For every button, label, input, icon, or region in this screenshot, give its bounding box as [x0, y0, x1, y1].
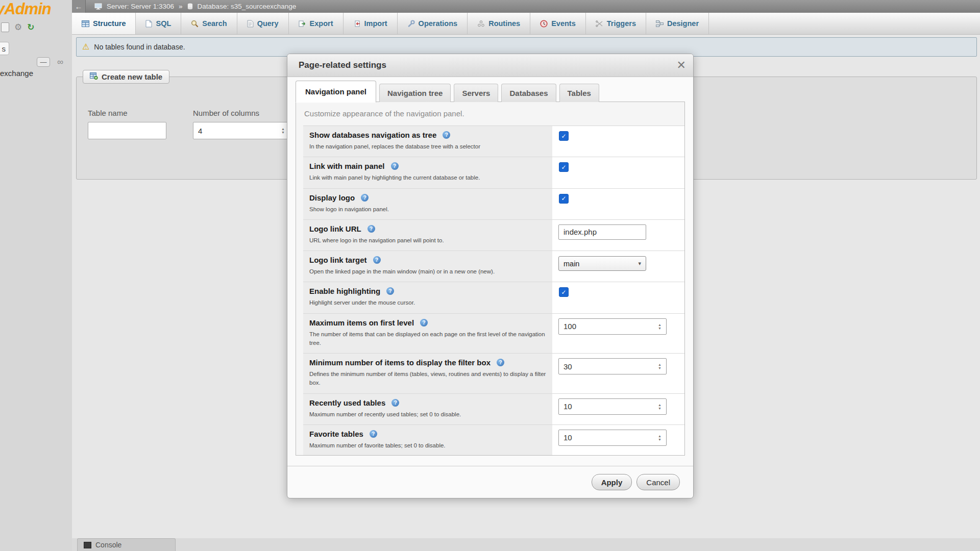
collapse-icon[interactable]: —	[37, 57, 50, 67]
main-tab-sql[interactable]: SQL	[136, 13, 181, 34]
checkbox[interactable]: ✓	[559, 194, 569, 204]
main-tab-bar: Structure SQL Search Query Export Import…	[72, 13, 980, 35]
main-tab-export[interactable]: Export	[289, 13, 344, 34]
help-icon[interactable]: ?	[443, 131, 450, 139]
breadcrumb-database[interactable]: Database: s35_sourceexchange	[198, 3, 297, 10]
setting-label: Enable highlighting	[309, 287, 380, 295]
dialog-tab-tables[interactable]: Tables	[559, 84, 599, 102]
help-icon[interactable]: ?	[361, 194, 369, 202]
console-label: Console	[95, 541, 121, 549]
dialog-panel: Customize appearance of the navigation p…	[296, 102, 685, 456]
settings-row: Minimum number of items to display the f…	[303, 354, 684, 394]
settings-row: Link with main panel ? Link with main pa…	[303, 157, 684, 188]
refresh-icon[interactable]: ↻	[27, 23, 34, 32]
console-bar: Console	[72, 538, 980, 551]
dialog-tab-navigation-panel[interactable]: Navigation panel	[296, 81, 376, 103]
panel-heading: Customize appearance of the navigation p…	[296, 102, 684, 126]
checkbox[interactable]: ✓	[559, 131, 569, 141]
text-input[interactable]: index.php	[558, 224, 646, 240]
main-tab-query[interactable]: Query	[237, 13, 289, 34]
table-name-label: Table name	[88, 109, 128, 117]
help-icon[interactable]: ?	[368, 225, 375, 233]
dialog-tab-servers[interactable]: Servers	[454, 84, 498, 102]
setting-label: Display logo	[309, 193, 355, 202]
main-tab-routines[interactable]: Routines	[468, 13, 530, 34]
setting-description: In the navigation panel, replaces the da…	[309, 142, 546, 151]
setting-label: Link with main panel	[309, 162, 385, 170]
stepper-icon[interactable]: ▲▼	[658, 434, 662, 441]
apply-button[interactable]: Apply	[592, 474, 632, 490]
settings-row: Maximum items on first level ? The numbe…	[303, 314, 684, 354]
events-icon	[540, 20, 548, 28]
setting-description: Maximum number of recently used tables; …	[309, 410, 546, 419]
gear-icon[interactable]: ⚙	[14, 23, 22, 32]
settings-row: Display logo ? Show logo in navigation p…	[303, 189, 684, 220]
page-settings-dialog: Page-related settings ✕ Navigation panel…	[287, 54, 694, 498]
sidebar-partial-item[interactable]: s	[0, 42, 9, 55]
setting-label: Favorite tables	[309, 430, 363, 438]
help-icon[interactable]: ?	[497, 359, 504, 366]
setting-description: Link with main panel by highlighting the…	[309, 173, 546, 182]
help-icon[interactable]: ?	[391, 399, 399, 407]
main-tab-designer[interactable]: Designer	[646, 13, 709, 34]
select-dropdown[interactable]: main▾	[558, 256, 646, 271]
main-tab-operations[interactable]: Operations	[398, 13, 468, 34]
main-tab-search[interactable]: Search	[181, 13, 237, 34]
columns-label: Number of columns	[193, 109, 259, 117]
dialog-tab-navigation-tree[interactable]: Navigation tree	[379, 84, 451, 102]
sidebar-database-item[interactable]: exchange	[0, 69, 33, 78]
setting-description: URL where logo in the navigation panel w…	[309, 236, 546, 245]
designer-icon	[656, 20, 664, 27]
help-icon[interactable]: ?	[386, 287, 394, 295]
setting-description: Highlight server under the mouse cursor.	[309, 298, 546, 307]
home-icon[interactable]	[1, 22, 9, 32]
main-tab-triggers[interactable]: Triggers	[586, 13, 646, 34]
back-button[interactable]: ←	[72, 0, 86, 13]
main-tab-import[interactable]: Import	[344, 13, 398, 34]
database-icon	[187, 3, 193, 10]
dialog-tab-databases[interactable]: Databases	[501, 84, 556, 102]
link-icon[interactable]: ∞	[57, 58, 63, 66]
number-input[interactable]: 30▲▼	[558, 358, 667, 374]
help-icon[interactable]: ?	[391, 162, 399, 170]
import-icon	[353, 20, 361, 28]
number-input[interactable]: 10▲▼	[558, 430, 667, 446]
setting-label: Recently used tables	[309, 398, 385, 407]
setting-description: Defines the minimum number of items (tab…	[309, 370, 546, 388]
settings-row: Logo link target ? Open the linked page …	[303, 251, 684, 282]
stepper-icon[interactable]: ▲▼	[281, 127, 285, 134]
stepper-icon[interactable]: ▲▼	[658, 363, 662, 370]
help-icon[interactable]: ?	[420, 319, 428, 327]
help-icon[interactable]: ?	[370, 430, 377, 438]
close-icon[interactable]: ✕	[677, 60, 686, 71]
dialog-title: Page-related settings	[299, 60, 386, 70]
dialog-header[interactable]: Page-related settings ✕	[287, 54, 693, 77]
settings-row: Favorite tables ? Maximum number of favo…	[303, 425, 684, 456]
table-name-input[interactable]	[88, 122, 166, 139]
cancel-button[interactable]: Cancel	[636, 474, 680, 490]
breadcrumb-server[interactable]: Server: Server 1:3306	[107, 3, 174, 10]
columns-input[interactable]: 4 ▲▼	[193, 122, 290, 139]
warning-icon: ⚠	[82, 43, 89, 51]
settings-row: Recently used tables ? Maximum number of…	[303, 394, 684, 425]
server-icon	[94, 3, 102, 10]
setting-label: Minimum number of items to display the f…	[309, 358, 491, 367]
dialog-footer: Apply Cancel	[287, 466, 693, 498]
stepper-icon[interactable]: ▲▼	[658, 403, 662, 410]
breadcrumb-separator: »	[179, 3, 183, 10]
main-tab-events[interactable]: Events	[530, 13, 586, 34]
navigation-sidebar: yAdmin ⚙ ↻ s — ∞ exchange	[0, 0, 72, 551]
setting-description: The number of items that can be displaye…	[309, 330, 546, 348]
structure-icon	[82, 20, 89, 27]
checkbox[interactable]: ✓	[559, 162, 569, 172]
number-input[interactable]: 10▲▼	[558, 398, 667, 415]
checkbox[interactable]: ✓	[559, 287, 569, 297]
main-tab-structure[interactable]: Structure	[72, 13, 136, 34]
setting-description: Open the linked page in the main window …	[309, 267, 546, 276]
stepper-icon[interactable]: ▲▼	[658, 323, 662, 330]
number-input[interactable]: 100▲▼	[558, 318, 667, 335]
help-icon[interactable]: ?	[373, 256, 381, 264]
server-breadcrumb-bar: ← Server: Server 1:3306 » Database: s35_…	[72, 0, 980, 13]
console-toggle[interactable]: Console	[77, 538, 176, 551]
export-icon	[299, 20, 306, 28]
